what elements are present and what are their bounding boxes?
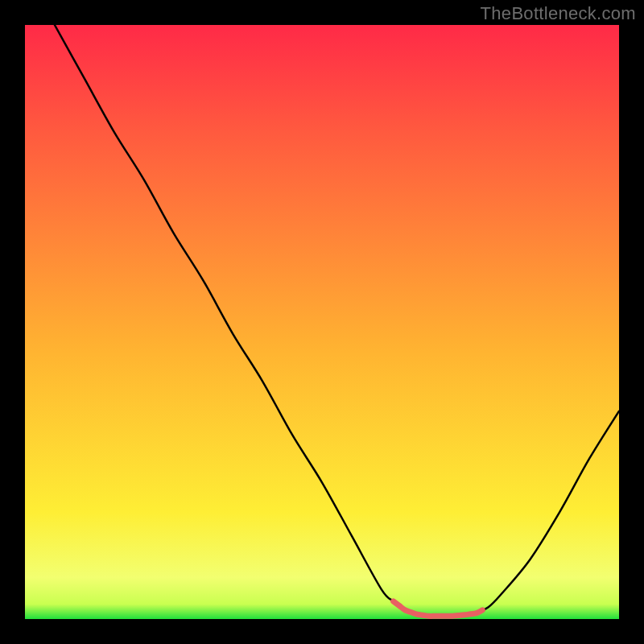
bottleneck-chart bbox=[25, 25, 619, 619]
chart-frame: TheBottleneck.com bbox=[0, 0, 644, 644]
plot-background bbox=[25, 25, 619, 619]
watermark-label: TheBottleneck.com bbox=[481, 3, 636, 24]
